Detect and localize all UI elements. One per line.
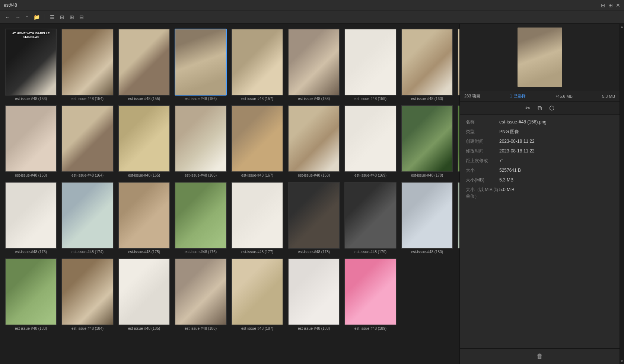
thumbnail-label: est-issue-#48 (166) xyxy=(185,173,217,177)
minimize-icon[interactable]: ⊟ xyxy=(601,2,605,8)
tile-icon[interactable]: ⊞ xyxy=(608,2,613,8)
list-item[interactable]: est-issue-#48 (164) xyxy=(60,104,115,178)
folder-button[interactable]: 📁 xyxy=(32,13,42,21)
list-item[interactable]: est-issue-#48 (159) xyxy=(343,28,398,102)
list-item[interactable]: est-issue-#48 (175) xyxy=(117,181,171,255)
scroll-up-arrow[interactable]: ▲ xyxy=(620,25,624,29)
close-icon[interactable]: ✕ xyxy=(616,2,620,8)
back-button[interactable]: ← xyxy=(3,13,12,21)
share-button[interactable]: ⬡ xyxy=(549,104,554,112)
thumbnail-label: est-issue-#48 (188) xyxy=(298,326,330,331)
list-item[interactable]: est-issue-#48 (178) xyxy=(287,181,341,255)
list-item[interactable]: est-issue-#48 (186) xyxy=(173,257,228,332)
thumbnail-label: est-issue-#48 (169) xyxy=(354,173,386,177)
thumbnail-label: est-issue-#48 (167) xyxy=(241,173,273,177)
thumbnail-label: est-issue-#48 (165) xyxy=(128,173,160,177)
list-item[interactable]: TREE HOUSEest-issue-#48 (171) xyxy=(456,104,459,178)
thumbnail-label: est-issue-#48 (168) xyxy=(298,173,330,177)
thumbnail-label: est-issue-#48 (164) xyxy=(71,173,104,177)
list-item[interactable]: est-issue-#48 (168) xyxy=(287,104,341,178)
list-view-button[interactable]: ☰ xyxy=(48,13,57,21)
list-item[interactable]: est-issue-#48 (161) xyxy=(456,28,459,102)
list-item[interactable]: est-issue-#48 (187) xyxy=(230,257,284,332)
list-item[interactable]: est-issue-#48 (167) xyxy=(230,104,284,178)
list-item[interactable]: est-issue-#48 (183) xyxy=(4,257,58,332)
meta-size-mib-value: 5.0 MiB xyxy=(499,186,614,200)
meta-name-row: 名称 est-issue-#48 (156).png xyxy=(466,119,614,125)
meta-since-label: 距上次修改 xyxy=(466,157,499,164)
meta-size-mb-value: 5.3 MB xyxy=(499,177,614,183)
info-panel: 233 项目 1 已选择 745.6 MB 5.3 MB ✂ ⧉ ⬡ 名称 es… xyxy=(459,24,620,364)
columns-view-button[interactable]: ⊟ xyxy=(58,13,66,21)
preview-image xyxy=(518,28,562,87)
meta-type-label: 类型 xyxy=(466,128,499,135)
meta-size-mib-row: 大小（以 MiB 为单位） 5.0 MiB xyxy=(466,186,614,200)
selected-count: 1 已选择 xyxy=(510,93,526,99)
grid-area[interactable]: AT HOME WITH ISABELLE STANISLASest-issue… xyxy=(0,24,459,364)
list-item[interactable]: est-issue-#48 (160) xyxy=(400,28,454,102)
file-size: 5.3 MB xyxy=(602,94,615,99)
up-button[interactable]: ↑ xyxy=(24,13,30,21)
meta-modified-label: 修改时间 xyxy=(466,148,499,154)
thumbnail-label: est-issue-#48 (170) xyxy=(411,173,443,177)
list-item[interactable]: est-issue-#48 (166) xyxy=(173,104,228,178)
list-item[interactable]: est-issue-#48 (170) xyxy=(400,104,454,178)
thumbnail-label: est-issue-#48 (187) xyxy=(241,326,273,331)
toolbar: ← → ↑ 📁 ☰ ⊟ ⊞ ⊟ xyxy=(0,10,624,24)
list-item[interactable]: est-issue-#48 (155) xyxy=(117,28,171,102)
thumbnail-label: est-issue-#48 (174) xyxy=(71,250,104,254)
list-item[interactable]: est-issue-#48 (154) xyxy=(60,28,115,102)
meta-size-mb-row: 大小(MB) 5.3 MB xyxy=(466,177,614,183)
meta-modified-row: 修改时间 2023-08-18 11:22 xyxy=(466,148,614,154)
list-item[interactable]: est-issue-#48 (176) xyxy=(173,181,228,255)
list-item[interactable]: est-issue-#48 (157) xyxy=(230,28,284,102)
list-item[interactable]: est-issue-#48 (158) xyxy=(287,28,341,102)
forward-button[interactable]: → xyxy=(13,13,22,21)
window-title: est#48 xyxy=(4,3,17,8)
meta-size-mib-label: 大小（以 MiB 为单位） xyxy=(466,186,499,200)
thumbnail-label: est-issue-#48 (178) xyxy=(298,250,330,254)
meta-created-label: 创建时间 xyxy=(466,138,499,145)
thumbnail-label: est-issue-#48 (189) xyxy=(354,326,386,331)
total-size: 745.6 MB xyxy=(555,94,573,99)
thumbnail-label: est-issue-#48 (173) xyxy=(15,250,47,254)
meta-modified-value: 2023-08-18 11:22 xyxy=(499,148,614,154)
list-item[interactable]: est-issue-#48 (173) xyxy=(4,181,58,255)
list-item[interactable]: est-issue-#48 (189) xyxy=(343,257,398,332)
list-item[interactable]: est-issue-#48 (179) xyxy=(343,181,398,255)
list-item[interactable]: est-issue-#48 (180) xyxy=(400,181,454,255)
thumbnail-label: est-issue-#48 (159) xyxy=(354,97,386,101)
list-item[interactable]: est-issue-#48 (185) xyxy=(117,257,171,332)
cut-button[interactable]: ✂ xyxy=(525,104,530,112)
list-item[interactable]: est-issue-#48 (184) xyxy=(60,257,115,332)
meta-size-label: 大小 xyxy=(466,167,499,174)
list-item[interactable]: est-issue-#48 (156) xyxy=(173,28,228,102)
preview-section xyxy=(460,24,620,91)
list-item[interactable]: est-issue-#48 (165) xyxy=(117,104,171,178)
meta-name-label: 名称 xyxy=(466,119,499,125)
copy-button[interactable]: ⧉ xyxy=(538,104,542,112)
list-item[interactable]: est-issue-#48 (163) xyxy=(4,104,58,178)
scroll-down-arrow[interactable]: ▼ xyxy=(620,359,624,363)
medium-grid-button[interactable]: ⊞ xyxy=(68,13,76,21)
list-item[interactable]: est-issue-#48 (174) xyxy=(60,181,115,255)
window-controls: ⊟ ⊞ ✕ xyxy=(601,2,620,8)
meta-table: 名称 est-issue-#48 (156).png 类型 PNG 图像 创建时… xyxy=(460,115,620,348)
list-item[interactable]: est-issue-#48 (181) xyxy=(456,181,459,255)
meta-since-row: 距上次修改 7' xyxy=(466,157,614,164)
thumbnail-label: est-issue-#48 (175) xyxy=(128,250,160,254)
list-item[interactable]: est-issue-#48 (188) xyxy=(287,257,341,332)
large-grid-button[interactable]: ⊟ xyxy=(77,13,86,21)
thumbnail-label: est-issue-#48 (156) xyxy=(185,97,217,101)
list-item[interactable]: AT HOME WITH ISABELLE STANISLASest-issue… xyxy=(4,28,58,102)
thumbnail-label: est-issue-#48 (155) xyxy=(128,97,160,101)
thumbnail-label: est-issue-#48 (184) xyxy=(71,326,104,331)
meta-size-mb-label: 大小(MB) xyxy=(466,177,499,183)
list-item[interactable]: est-issue-#48 (169) xyxy=(343,104,398,178)
thumbnail-label: est-issue-#48 (160) xyxy=(411,97,443,101)
items-count: 233 项目 xyxy=(464,93,480,99)
list-item[interactable]: est-issue-#48 (177) xyxy=(230,181,284,255)
thumbnail-label: est-issue-#48 (163) xyxy=(15,173,47,177)
thumbnail-label: est-issue-#48 (176) xyxy=(185,250,217,254)
delete-button[interactable]: 🗑 xyxy=(537,352,543,360)
